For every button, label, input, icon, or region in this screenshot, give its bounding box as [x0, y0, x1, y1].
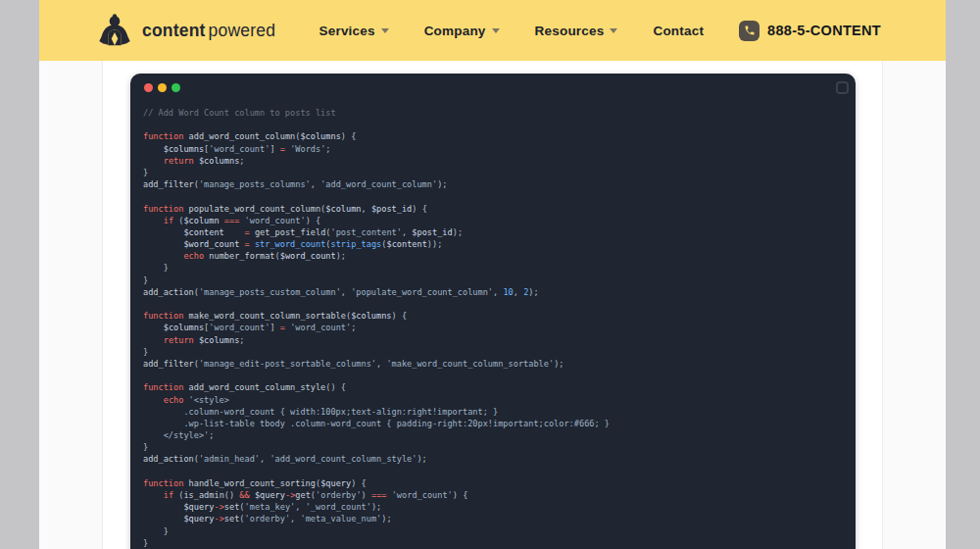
nav-item-company[interactable]: Company [424, 24, 500, 38]
code-line: return $columns; [143, 334, 843, 346]
nav-item-services[interactable]: Services [319, 24, 389, 38]
code-content[interactable]: // Add Word Count column to posts list f… [130, 101, 856, 549]
code-line: return $columns; [143, 155, 843, 167]
code-line: } [143, 537, 843, 549]
sumo-mascot-icon [96, 12, 133, 49]
code-line: function populate_word_count_column($col… [143, 203, 843, 215]
article-column: // Add Word Count column to posts list f… [102, 61, 883, 549]
code-window-titlebar [130, 74, 856, 101]
code-line: .wp-list-table tbody .column-word_count … [143, 418, 843, 429]
code-line: } [143, 346, 843, 358]
code-line: } [143, 262, 843, 274]
code-line: $columns['word_count'] = 'word_count'; [143, 322, 843, 333]
code-line: } [143, 525, 843, 537]
chevron-down-icon [610, 28, 617, 33]
code-line: $columns['word_count'] = 'Words'; [143, 143, 843, 155]
code-line [143, 466, 843, 477]
code-line: add_filter('manage_posts_columns', 'add_… [143, 178, 843, 190]
code-line: } [143, 274, 843, 286]
main-nav: Services Company Resources Contact 888-5… [319, 21, 881, 41]
code-line: add_action('manage_posts_custom_column',… [143, 286, 843, 298]
code-line: echo number_format($word_count); [143, 250, 843, 262]
nav-label: Company [424, 24, 486, 38]
code-line: add_action('admin_head', 'add_word_count… [143, 453, 843, 465]
nav-item-resources[interactable]: Resources [535, 24, 618, 38]
phone-number: 888-5-CONTENT [767, 23, 881, 38]
code-line: .column-word_count { width:100px;text-al… [143, 406, 843, 418]
page-content: // Add Word Count column to posts list f… [39, 61, 946, 549]
code-line: function add_word_count_column_style() { [143, 381, 843, 393]
traffic-light-close-icon[interactable] [144, 83, 153, 92]
traffic-light-minimize-icon[interactable] [158, 83, 167, 92]
code-line: } [143, 167, 843, 178]
brand-name-bold: content [142, 21, 206, 40]
nav-label: Contact [653, 24, 704, 38]
phone-icon [739, 21, 760, 41]
code-line: </style>'; [143, 429, 843, 441]
code-line: } [143, 441, 843, 453]
code-line [143, 190, 843, 202]
nav-label: Resources [535, 24, 605, 38]
code-line: function make_word_count_column_sortable… [143, 310, 843, 322]
code-line: if ($column === 'word_count') { [143, 215, 843, 226]
code-line: echo '<style> [143, 394, 843, 406]
code-line: $query->set('orderby', 'meta_value_num')… [143, 513, 843, 524]
code-line: // Add Word Count column to posts list [143, 107, 843, 119]
brand-name-light: powered [209, 21, 276, 40]
code-line: $content = get_post_field('post_content'… [143, 226, 843, 238]
code-line [143, 119, 843, 130]
window-controls [144, 83, 180, 92]
chevron-down-icon [492, 28, 500, 33]
brand-name: contentpowered [142, 21, 275, 41]
code-line: function handle_word_count_sorting($quer… [143, 477, 843, 489]
code-line: $word_count = str_word_count(strip_tags(… [143, 238, 843, 250]
code-line: if (is_admin() && $query->get('orderby')… [143, 489, 843, 501]
code-line [143, 298, 843, 310]
code-window: // Add Word Count column to posts list f… [130, 74, 856, 549]
chevron-down-icon [381, 28, 389, 33]
code-line [143, 370, 843, 381]
traffic-light-maximize-icon[interactable] [172, 83, 180, 92]
code-line: function add_word_count_column($columns)… [143, 130, 843, 142]
site-header: contentpowered Services Company Resource… [39, 0, 946, 61]
phone-link[interactable]: 888-5-CONTENT [739, 21, 881, 41]
site-viewport: contentpowered Services Company Resource… [39, 0, 946, 549]
brand-logo[interactable]: contentpowered [96, 12, 275, 49]
copy-icon[interactable] [836, 81, 849, 94]
nav-label: Services [319, 24, 375, 38]
nav-item-contact[interactable]: Contact [653, 24, 704, 38]
code-line: $query->set('meta_key', '_word_count'); [143, 501, 843, 513]
code-line: add_filter('manage_edit-post_sortable_co… [143, 358, 843, 370]
